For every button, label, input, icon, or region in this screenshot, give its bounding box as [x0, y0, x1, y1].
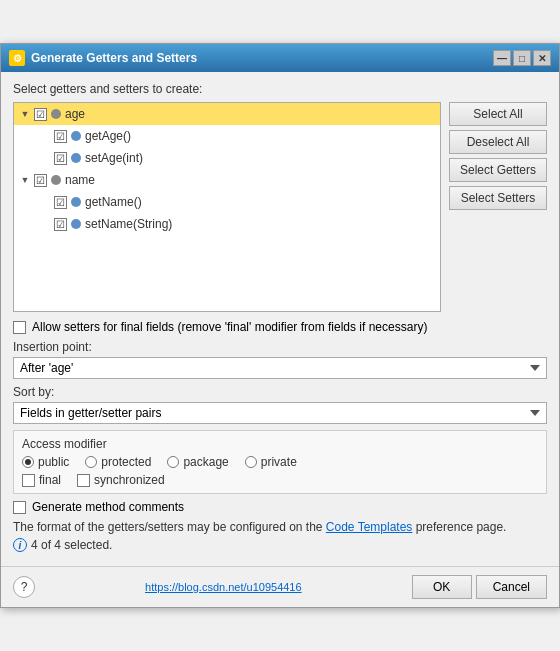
selected-info: i 4 of 4 selected. — [13, 538, 547, 552]
checkbox-setage[interactable]: ☑ — [54, 152, 67, 165]
sort-by-select[interactable]: Fields in getter/setter pairs Alphabetic… — [13, 402, 547, 424]
select-all-button[interactable]: Select All — [449, 102, 547, 126]
expand-name[interactable]: ▼ — [18, 173, 32, 187]
tree-label-name: name — [65, 173, 95, 187]
maximize-button[interactable]: □ — [513, 50, 531, 66]
selected-count: 4 of 4 selected. — [31, 538, 112, 552]
title-bar-left: ⚙ Generate Getters and Setters — [9, 50, 197, 66]
radio-package-label: package — [183, 455, 228, 469]
access-radio-row: public protected package private — [22, 455, 538, 469]
info-prefix: The format of the getters/setters may be… — [13, 520, 323, 534]
tree-container[interactable]: ▼ ☑ age ☑ getAge() — [13, 102, 441, 312]
url-bar: https://blog.csdn.net/u10954416 — [145, 581, 302, 593]
sort-by-row: Sort by: Fields in getter/setter pairs A… — [13, 385, 547, 424]
sort-by-label: Sort by: — [13, 385, 547, 399]
tree-label-getage: getAge() — [85, 129, 131, 143]
field-dot-name — [51, 175, 61, 185]
radio-protected[interactable]: protected — [85, 455, 151, 469]
radio-protected-circle[interactable] — [85, 456, 97, 468]
generate-comments-checkbox[interactable] — [13, 501, 26, 514]
final-label: final — [39, 473, 61, 487]
expand-spacer-setname — [38, 217, 52, 231]
method-dot-setage — [71, 153, 81, 163]
synchronized-checkbox-item[interactable]: synchronized — [77, 473, 165, 487]
field-dot-age — [51, 109, 61, 119]
window-icon: ⚙ — [9, 50, 25, 66]
tree-wrapper: ▼ ☑ age ☑ getAge() — [13, 102, 441, 312]
title-bar: ⚙ Generate Getters and Setters — □ ✕ — [1, 44, 559, 72]
method-dot-getage — [71, 131, 81, 141]
select-setters-button[interactable]: Select Setters — [449, 186, 547, 210]
radio-public-label: public — [38, 455, 69, 469]
checkbox-age[interactable]: ☑ — [34, 108, 47, 121]
cancel-button[interactable]: Cancel — [476, 575, 547, 599]
main-window: ⚙ Generate Getters and Setters — □ ✕ Sel… — [0, 43, 560, 608]
radio-package[interactable]: package — [167, 455, 228, 469]
radio-private-label: private — [261, 455, 297, 469]
code-templates-link[interactable]: Code Templates — [326, 520, 413, 534]
expand-spacer-getage — [38, 129, 52, 143]
tree-row-age[interactable]: ▼ ☑ age — [14, 103, 440, 125]
final-checkbox[interactable] — [22, 474, 35, 487]
radio-protected-label: protected — [101, 455, 151, 469]
method-dot-setname — [71, 219, 81, 229]
synchronized-checkbox[interactable] — [77, 474, 90, 487]
checkbox-getname[interactable]: ☑ — [54, 196, 67, 209]
ok-button[interactable]: OK — [412, 575, 472, 599]
generate-comments-label: Generate method comments — [32, 500, 184, 514]
deselect-all-button[interactable]: Deselect All — [449, 130, 547, 154]
radio-public[interactable]: public — [22, 455, 69, 469]
window-title: Generate Getters and Setters — [31, 51, 197, 65]
tree-row-getage[interactable]: ☑ getAge() — [14, 125, 440, 147]
info-text: The format of the getters/setters may be… — [13, 520, 547, 534]
tree-row-setname[interactable]: ☑ setName(String) — [14, 213, 440, 235]
checkbox-setname[interactable]: ☑ — [54, 218, 67, 231]
tree-label-setage: setAge(int) — [85, 151, 143, 165]
tree-label-age: age — [65, 107, 85, 121]
expand-age[interactable]: ▼ — [18, 107, 32, 121]
radio-package-circle[interactable] — [167, 456, 179, 468]
section-label: Select getters and setters to create: — [13, 82, 547, 96]
info-suffix: preference page. — [416, 520, 507, 534]
tree-row-setage[interactable]: ☑ setAge(int) — [14, 147, 440, 169]
right-buttons: Select All Deselect All Select Getters S… — [449, 102, 547, 312]
checkbox-getage[interactable]: ☑ — [54, 130, 67, 143]
access-modifier-title: Access modifier — [22, 437, 538, 451]
minimize-button[interactable]: — — [493, 50, 511, 66]
info-icon: i — [13, 538, 27, 552]
generate-comments-row[interactable]: Generate method comments — [13, 500, 547, 514]
insertion-point-label: Insertion point: — [13, 340, 547, 354]
expand-spacer-setage — [38, 151, 52, 165]
synchronized-label: synchronized — [94, 473, 165, 487]
checkbox-name[interactable]: ☑ — [34, 174, 47, 187]
dialog-content: Select getters and setters to create: ▼ … — [1, 72, 559, 562]
tree-area: ▼ ☑ age ☑ getAge() — [14, 103, 440, 235]
bottom-bar: ? https://blog.csdn.net/u10954416 OK Can… — [1, 566, 559, 607]
radio-public-circle[interactable] — [22, 456, 34, 468]
allow-setters-row[interactable]: Allow setters for final fields (remove '… — [13, 320, 547, 334]
title-bar-controls[interactable]: — □ ✕ — [493, 50, 551, 66]
final-checkbox-item[interactable]: final — [22, 473, 61, 487]
tree-label-getname: getName() — [85, 195, 142, 209]
close-button[interactable]: ✕ — [533, 50, 551, 66]
allow-setters-label: Allow setters for final fields (remove '… — [32, 320, 427, 334]
modifier-checkboxes: final synchronized — [22, 473, 538, 487]
access-modifier-group: Access modifier public protected package… — [13, 430, 547, 494]
tree-row-getname[interactable]: ☑ getName() — [14, 191, 440, 213]
tree-row-name[interactable]: ▼ ☑ name — [14, 169, 440, 191]
insertion-point-row: Insertion point: After 'age' After 'name… — [13, 340, 547, 379]
radio-private-circle[interactable] — [245, 456, 257, 468]
radio-private[interactable]: private — [245, 455, 297, 469]
expand-spacer-getname — [38, 195, 52, 209]
main-area: ▼ ☑ age ☑ getAge() — [13, 102, 547, 312]
help-button[interactable]: ? — [13, 576, 35, 598]
insertion-point-select[interactable]: After 'age' After 'name' First method La… — [13, 357, 547, 379]
ok-cancel-buttons: OK Cancel — [412, 575, 547, 599]
allow-setters-checkbox[interactable] — [13, 321, 26, 334]
tree-label-setname: setName(String) — [85, 217, 172, 231]
select-getters-button[interactable]: Select Getters — [449, 158, 547, 182]
method-dot-getname — [71, 197, 81, 207]
